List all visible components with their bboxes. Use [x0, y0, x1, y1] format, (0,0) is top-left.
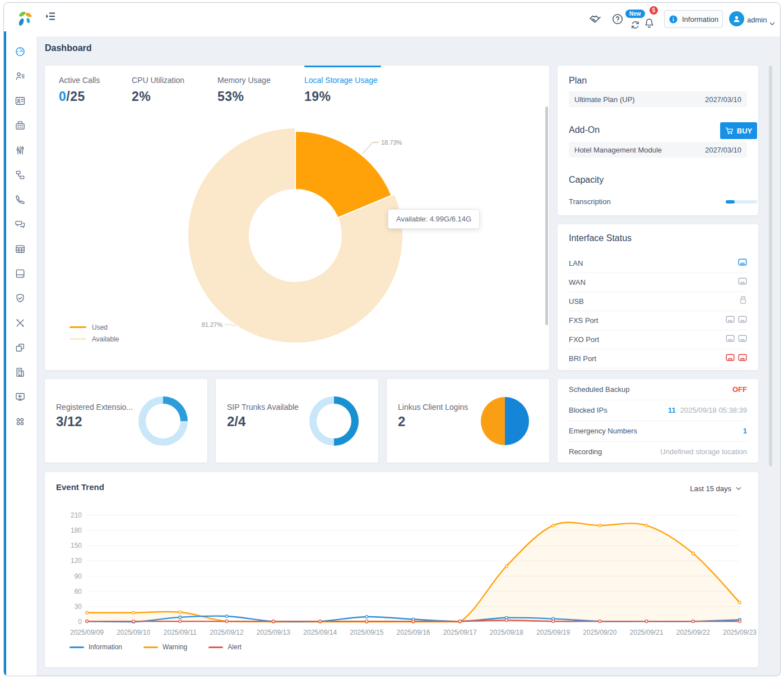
transcription-progress-bar	[726, 200, 757, 204]
svg-text:2025/09/22: 2025/09/22	[676, 629, 710, 636]
addon-name: Hotel Management Module	[574, 146, 662, 154]
interface-row-usb: USB	[569, 292, 747, 311]
legend-item-alert[interactable]: Alert	[208, 643, 242, 651]
count-link[interactable]: 11	[668, 406, 676, 414]
sync-updates-icon[interactable]	[630, 20, 640, 32]
svg-text:2025/09/14: 2025/09/14	[303, 629, 337, 636]
interface-label: BRI Port	[569, 354, 596, 363]
plan-card: Plan Ultimate Plan (UP) 2027/03/10 Add-O…	[558, 66, 758, 215]
buy-button-label: BUY	[737, 127, 752, 135]
capacity-section-title: Capacity	[569, 175, 604, 185]
tab-memory-usage[interactable]: Memory Usage 53%	[217, 76, 271, 104]
sidebar-item-pbx[interactable]	[15, 120, 26, 131]
sidebar-item-call-features[interactable]	[15, 145, 26, 156]
interface-status-card: Interface Status LANWANUSBFXS PortFXO Po…	[558, 224, 758, 370]
card-scrollbar-thumb[interactable]	[545, 107, 548, 325]
addon-expiry-date: 2027/03/10	[705, 146, 741, 154]
notifications-bell-icon[interactable]	[643, 17, 655, 31]
sidebar-item-remote-management[interactable]	[15, 391, 26, 403]
mini-card-value: 2	[398, 414, 405, 429]
sidebar-item-messages[interactable]	[15, 219, 26, 230]
sidebar-item-app-center[interactable]	[15, 416, 26, 427]
sidebar-item-integrations[interactable]	[15, 342, 26, 353]
sidebar-item-security[interactable]	[15, 293, 26, 304]
interface-row-bri-port: BRI Port	[569, 349, 747, 368]
system-label: Emergency Numbers	[569, 427, 637, 435]
ethernet-port-idle-icon	[738, 334, 747, 345]
interface-row-fxo-port: FXO Port	[569, 330, 747, 349]
screen: New 5 Information admin Dashboard Active…	[0, 0, 784, 679]
system-label: Blocked IPs	[569, 406, 607, 414]
partner-handshake-icon[interactable]	[588, 12, 602, 28]
tab-active-calls[interactable]: Active Calls 0/25	[59, 76, 100, 104]
event-trend-card: Event Trend Last 15 days 030609012015018…	[45, 472, 758, 667]
interface-label: USB	[569, 297, 584, 306]
help-icon[interactable]	[611, 13, 624, 27]
svg-text:2025/09/19: 2025/09/19	[536, 629, 570, 636]
svg-text:2025/09/17: 2025/09/17	[443, 629, 477, 636]
tab-local-storage-usage[interactable]: Local Storage Usage 19%	[304, 76, 378, 104]
system-label: Scheduled Backup	[569, 385, 629, 394]
tab-cpu-utilization[interactable]: CPU Utilization 2%	[132, 76, 184, 104]
svg-text:150: 150	[71, 542, 82, 549]
chart-tooltip: Available: 4.99G/6.14G	[388, 209, 480, 229]
progress-fill	[726, 200, 735, 204]
event-trend-chart[interactable]: 03060901201501802102025/09/092025/09/102…	[45, 506, 758, 643]
ethernet-port-idle-icon	[726, 334, 735, 345]
system-row-recording: RecordingUndefined storage location	[569, 441, 747, 462]
addon-row: Hotel Management Module 2027/03/10	[569, 142, 747, 158]
active-tab-indicator	[304, 66, 381, 67]
sidebar-item-maintenance[interactable]	[15, 317, 26, 329]
svg-text:2025/09/16: 2025/09/16	[396, 629, 430, 636]
new-badge: New	[625, 10, 645, 18]
svg-text:2025/09/11: 2025/09/11	[164, 629, 197, 636]
sidebar-item-extensions[interactable]	[15, 71, 26, 82]
plan-section-title: Plan	[569, 76, 587, 86]
sidebar-item-trunks[interactable]	[15, 169, 26, 181]
system-row-scheduled-backup: Scheduled BackupOFF	[569, 379, 747, 400]
system-summary-card: Scheduled BackupOFFBlocked IPs112025/09/…	[558, 379, 758, 463]
svg-text:210: 210	[71, 511, 82, 519]
time-range-label: Last 15 days	[690, 484, 731, 493]
interface-row-wan: WAN	[569, 272, 747, 292]
user-menu-caret-icon	[769, 18, 775, 28]
sidebar-item-hotel[interactable]	[15, 367, 26, 378]
collapse-sidebar-button[interactable]	[45, 11, 56, 24]
information-button-label: Information	[682, 15, 718, 24]
sip-trunks-card: SIP Trunks Available 2/4	[216, 379, 378, 463]
event-trend-legend: InformationWarningAlert	[69, 643, 242, 651]
time-range-selector[interactable]: Last 15 days	[690, 484, 741, 493]
buy-button[interactable]: BUY	[720, 122, 757, 139]
registered-extensions-donut	[138, 396, 188, 446]
ethernet-port-alarm-icon	[726, 353, 735, 364]
registered-extensions-card: Registered Extensio... 3/12	[45, 379, 207, 463]
legend-item-information[interactable]: Information	[69, 643, 122, 651]
ethernet-port-idle-icon	[726, 315, 735, 326]
sidebar-item-dashboard[interactable]	[15, 46, 26, 57]
stat-value: 2%	[132, 89, 184, 104]
page-scrollbar-thumb[interactable]	[769, 66, 772, 466]
information-button[interactable]: Information	[664, 10, 723, 28]
svg-text:2025/09/09: 2025/09/09	[70, 629, 104, 636]
sidebar-item-reports[interactable]	[15, 243, 26, 255]
stat-value: 0/25	[59, 89, 100, 104]
sidebar-item-storage[interactable]	[15, 268, 26, 279]
svg-text:18.73%: 18.73%	[381, 139, 402, 146]
svg-text:2025/09/23: 2025/09/23	[723, 629, 757, 636]
page-scrollbar[interactable]	[769, 39, 772, 673]
stat-label: Active Calls	[59, 76, 100, 85]
legend-item-warning[interactable]: Warning	[143, 643, 187, 651]
count-link[interactable]: 1	[743, 427, 747, 435]
user-name[interactable]: admin	[747, 16, 767, 24]
interface-row-fxs-port: FXS Port	[569, 311, 747, 330]
system-label: Recording	[569, 447, 602, 456]
event-trend-title: Event Trend	[56, 482, 104, 492]
storage-usage-donut-chart[interactable]: 18.73%81.27%	[45, 107, 549, 370]
mini-card-value: 2/4	[227, 414, 245, 429]
legend-item-available[interactable]: Available	[69, 333, 119, 345]
sidebar-item-call[interactable]	[15, 194, 26, 205]
mini-card-title: Linkus Client Logins	[398, 403, 468, 412]
sidebar-item-contacts[interactable]	[15, 95, 26, 107]
user-avatar[interactable]	[729, 11, 744, 26]
legend-item-used[interactable]: Used	[69, 321, 119, 333]
